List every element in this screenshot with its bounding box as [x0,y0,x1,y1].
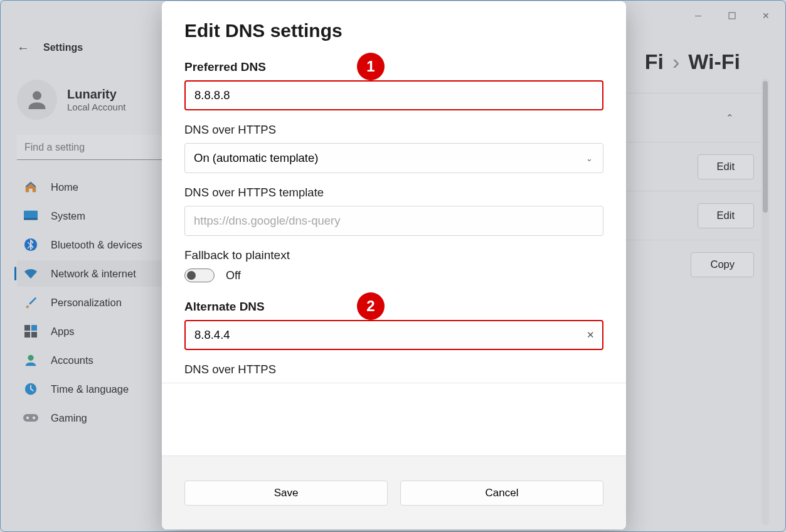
save-button[interactable]: Save [184,481,388,506]
chevron-down-icon: ⌄ [586,154,593,163]
callout-badge-1: 1 [357,53,385,80]
doh-select-value[interactable] [194,144,594,173]
cancel-button[interactable]: Cancel [400,481,603,506]
edit-dns-dialog: Edit DNS settings Preferred DNS 1 DNS ov… [162,1,626,529]
dialog-footer: Save Cancel [162,455,626,529]
callout-badge-2: 2 [357,292,385,320]
preferred-dns-field[interactable] [194,82,593,109]
fallback-toggle[interactable] [184,269,215,282]
dialog-title: Edit DNS settings [184,20,603,41]
preferred-dns-label: Preferred DNS 1 [184,60,603,74]
doh2-label: DNS over HTTPS [184,363,603,376]
doh-select[interactable]: ⌄ [184,143,603,173]
doh-template-label: DNS over HTTPS template [184,186,603,200]
doh-template-field [194,206,594,235]
fallback-label: Fallback to plaintext [184,248,603,262]
divider [162,383,626,383]
fallback-toggle-state: Off [226,269,241,282]
alternate-dns-input[interactable]: ✕ [184,320,603,350]
preferred-dns-input[interactable] [184,80,603,110]
doh-label: DNS over HTTPS [184,123,603,137]
alternate-dns-field[interactable] [194,321,593,349]
alternate-dns-label: Alternate DNS 2 [184,300,603,314]
clear-icon[interactable]: ✕ [587,329,595,341]
doh-template-input [184,206,603,236]
